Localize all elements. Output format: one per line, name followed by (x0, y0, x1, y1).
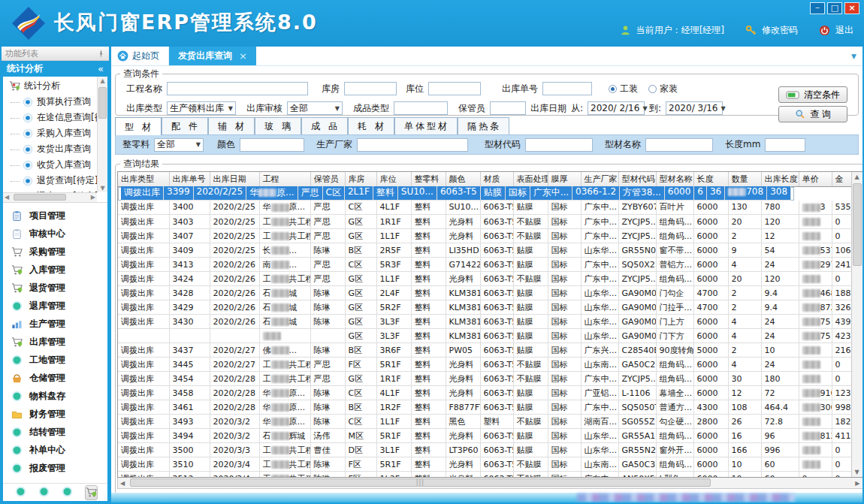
tree-item[interactable]: 发货出库查询 (3, 141, 97, 157)
tab-list-caret-icon[interactable]: ▼ (851, 53, 856, 60)
shortcut-button[interactable] (38, 486, 50, 499)
sidebar-item-1[interactable]: 审核中心 (3, 225, 107, 243)
column-header[interactable]: 出库日期 (210, 172, 259, 186)
table-row[interactable]: 调拨出库33992020/2/25华原...严思C区2L1F整料SU10...6… (118, 187, 794, 201)
collapse-chevron-icon[interactable]: « (98, 63, 104, 74)
table-row[interactable]: 调拨出库34302020/2/26石城陈琳G区3L3F整料KLM38176063… (118, 315, 862, 329)
table-row[interactable]: 调拨出库34582020/2/28华原...陈琳C区4L1F整料光身料6063-… (118, 386, 862, 400)
tree-item[interactable]: 预算执行查询 (3, 94, 97, 110)
sidebar-item-8[interactable]: 工地管理 (3, 351, 107, 369)
shortcut-button[interactable] (15, 486, 26, 499)
sidebar-item-4[interactable]: 退货管理 (3, 279, 107, 297)
pin-icon[interactable] (97, 50, 105, 58)
table-row[interactable]: 调拨出库34092020/2/25长...陈琳B区2R5F整料LI35HD606… (118, 243, 862, 258)
sidebar-item-10[interactable]: 物料盘存 (3, 387, 107, 405)
sidebar-item-12[interactable]: 结转管理 (3, 423, 107, 441)
column-header[interactable]: 型材代码 (618, 172, 656, 186)
tree-vertical-scrollbar[interactable]: ▲ ▼ (97, 77, 107, 192)
material-tab-7[interactable]: 隔热条 (458, 117, 509, 134)
tree-item[interactable]: 在途信息查询[待 (3, 110, 97, 125)
tree-root-item[interactable]: 统计分析 (3, 78, 97, 94)
tab-close-icon[interactable]: × (239, 50, 247, 62)
table-row[interactable]: 调拨出库34282020/2/26石城陈琳G区2L4F整料KLM38176063… (118, 286, 862, 300)
column-header[interactable]: 单价 (799, 172, 832, 186)
sidebar-item-14[interactable]: 报废管理 (3, 459, 107, 477)
table-row[interactable]: 调拨出库34072020/2/25工共工程严思G区1L1F整料光身料6063-T… (118, 229, 862, 243)
tree-item[interactable]: 退货查询[待定] (3, 173, 97, 189)
column-header[interactable]: 膜厚 (548, 172, 581, 186)
shortcut-cart-button[interactable] (85, 485, 98, 500)
tab-shipment-outbound-query[interactable]: 发货出库查询 × (169, 47, 256, 65)
close-button[interactable]: × (844, 2, 859, 14)
scroll-down-icon[interactable]: ▼ (98, 185, 107, 192)
material-tab-0[interactable]: 型材 (115, 117, 162, 135)
column-header[interactable]: 长度 (693, 172, 728, 186)
minimize-button[interactable]: － (810, 2, 825, 14)
date-from-select[interactable]: 2020/ 2/16▼ (588, 101, 645, 115)
column-header[interactable]: 库房 (345, 172, 376, 186)
sidebar-item-5[interactable]: 退库管理 (3, 297, 107, 315)
column-header[interactable]: 生产厂家 (581, 172, 618, 186)
profile-code-input[interactable] (525, 138, 593, 152)
sidebar-item-6[interactable]: 生产管理 (3, 315, 107, 333)
sidebar-item-13[interactable]: 补单中心 (3, 441, 107, 459)
table-row[interactable]: 调拨出库35002020/3/3工共工程曹佳D区3L1F整料LT3P606063… (118, 443, 862, 457)
table-row[interactable]: 调拨出库35102020/3/4工共工程陈琳F区5R1F整料光身料6063-T5… (118, 457, 862, 472)
column-header[interactable]: 出库长度 (761, 172, 799, 186)
table-row[interactable]: 调拨出库34542020/2/28工共工程严思G区1R1F整料光身料6063-T… (118, 372, 862, 386)
date-to-select[interactable]: 2020/ 3/16▼ (666, 101, 723, 115)
audit-select[interactable]: 全部▼ (287, 101, 343, 115)
table-row[interactable]: 调拨出库34132020/2/26南...严思C区5R3F整料G71422606… (118, 258, 862, 272)
table-row[interactable]: 调拨出库34002020/2/25华原...严思C区4L1F整料SU10...6… (118, 201, 862, 215)
sidebar-item-3[interactable]: 入库管理 (3, 261, 107, 279)
manufacturer-input[interactable] (357, 138, 468, 152)
table-row[interactable]: 调拨出库34452020/2/27工共工程严思F区5R1F整料光身料6063-T… (118, 358, 862, 372)
column-header[interactable]: 型材名称 (656, 172, 693, 186)
shortcut-button[interactable] (62, 486, 73, 499)
table-row[interactable]: 调拨出库34932020/3/2华原...陈琳C区1L1F整料黑色塑料不贴膜国标… (118, 415, 862, 429)
column-header[interactable]: 库位 (376, 172, 411, 186)
sidebar-section-statistics[interactable]: 统计分析 « (2, 61, 109, 77)
product-type-input[interactable] (394, 101, 448, 115)
table-row[interactable]: 调拨出库34292020/2/26石城陈琳G区5R2F整料KLM38176063… (118, 300, 862, 315)
table-row[interactable]: 调拨出库35122020/3/4工共工程陈琳F区1L2F整料光身料6063-T5… (118, 472, 862, 478)
table-row[interactable]: 调拨出库34242020/2/26工共工程严思G区1L1F整料光身料6063-T… (118, 272, 862, 286)
table-row[interactable]: 调拨出库34942020/3/2石辉城汤伟M区5R1F整料光身料6063-T5贴… (118, 429, 862, 443)
column-header[interactable]: 数量 (728, 172, 761, 186)
column-header[interactable]: 材质 (480, 172, 513, 186)
table-row[interactable]: 调拨出库34372020/2/27佛...陈琳B区3R6F整料PW056063-… (118, 343, 862, 358)
whole-part-select[interactable]: 全部▼ (154, 138, 204, 152)
radio-jiazhuang[interactable] (648, 85, 657, 93)
column-header[interactable]: 整零料 (411, 172, 446, 186)
scroll-up-icon[interactable]: ▲ (852, 174, 862, 180)
column-header[interactable]: 工程 (259, 172, 310, 186)
keeper-input[interactable] (490, 101, 526, 115)
radio-gongzhuang[interactable] (609, 85, 617, 93)
table-row[interactable]: 调拨出库34032020/2/25工共工程严思G区1R1F整料光身料6063-T… (118, 215, 862, 229)
column-header[interactable]: 出库单号 (169, 172, 210, 186)
material-tab-4[interactable]: 成品 (301, 117, 348, 134)
change-password-link[interactable]: 修改密码 (762, 24, 798, 37)
tab-home[interactable]: 起始页 (111, 47, 169, 65)
warehouse-input[interactable] (344, 82, 397, 95)
scroll-up-icon[interactable]: ▲ (98, 77, 107, 84)
column-header[interactable]: 保管员 (310, 172, 345, 186)
tree-item[interactable]: 收货入库查询 (3, 157, 97, 173)
scroll-left-icon[interactable]: ◀ (5, 194, 9, 201)
sidebar-item-0[interactable]: 项目管理 (3, 207, 107, 225)
color-input[interactable] (240, 138, 304, 152)
material-tab-1[interactable]: 配件 (162, 117, 208, 134)
scroll-right-icon[interactable]: ▶ (855, 480, 859, 487)
material-tab-5[interactable]: 耗材 (348, 117, 394, 134)
column-header[interactable]: 表面处理 (513, 172, 548, 186)
outbound-no-input[interactable] (542, 82, 592, 95)
scroll-down-icon[interactable]: ▼ (852, 469, 862, 475)
logout-link[interactable]: 退出 (835, 24, 853, 37)
outbound-type-select[interactable]: 生产领料出库▼ (167, 101, 236, 115)
sidebar-item-9[interactable]: 仓储管理 (3, 369, 107, 387)
project-name-input[interactable] (167, 82, 308, 95)
length-input[interactable] (765, 138, 805, 152)
search-button[interactable]: 查 询 (778, 106, 847, 122)
sidebar-item-11[interactable]: 财务管理 (3, 405, 107, 423)
grid-vertical-scrollbar[interactable]: ▲ ▼ (851, 172, 862, 477)
